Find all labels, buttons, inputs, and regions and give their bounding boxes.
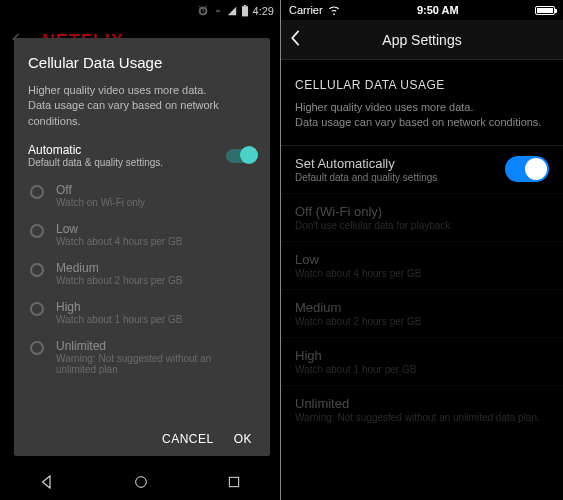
automatic-sub: Default data & quality settings. [28, 157, 163, 168]
dialog-actions: CANCEL OK [28, 426, 256, 448]
option-off[interactable]: Off (Wi-Fi only)Don't use cellular data … [281, 193, 563, 241]
set-automatically-row[interactable]: Set Automatically Default data and quali… [281, 145, 563, 193]
option-off[interactable]: OffWatch on Wi-Fi only [28, 176, 256, 215]
battery-icon [241, 5, 249, 17]
ios-content: CELLULAR DATA USAGE Higher quality video… [281, 60, 563, 433]
option-medium[interactable]: MediumWatch about 2 hours per GB [281, 289, 563, 337]
set-automatically-label: Set Automatically [295, 156, 437, 171]
option-unlimited[interactable]: UnlimitedWarning: Not suggested without … [281, 385, 563, 433]
automatic-row[interactable]: Automatic Default data & quality setting… [28, 143, 256, 168]
radio-icon [30, 185, 44, 199]
page-title: App Settings [382, 32, 461, 48]
nav-back-icon[interactable] [38, 473, 56, 491]
option-low[interactable]: LowWatch about 4 hours per GB [281, 241, 563, 289]
ok-button[interactable]: OK [234, 432, 252, 446]
option-high[interactable]: HighWatch about 1 hours per GB [28, 293, 256, 332]
status-time: 9:50 AM [417, 4, 459, 16]
cellular-data-dialog: Cellular Data Usage Higher quality video… [14, 38, 270, 456]
option-low[interactable]: LowWatch about 4 hours per GB [28, 215, 256, 254]
ios-phone: Carrier 9:50 AM App Settings CELLULAR DA… [281, 0, 563, 500]
battery-icon [535, 6, 555, 15]
svg-rect-0 [242, 6, 248, 16]
android-nav-bar [0, 464, 280, 500]
cancel-button[interactable]: CANCEL [162, 432, 214, 446]
automatic-toggle[interactable] [226, 149, 256, 163]
dialog-description: Higher quality video uses more data. Dat… [28, 83, 256, 129]
option-medium[interactable]: MediumWatch about 2 hours per GB [28, 254, 256, 293]
radio-icon [30, 263, 44, 277]
section-title: CELLULAR DATA USAGE [281, 60, 563, 100]
svg-point-2 [136, 477, 147, 488]
signal-icon [227, 6, 237, 16]
radio-icon [30, 341, 44, 355]
status-time: 4:29 [253, 5, 274, 17]
radio-icon [30, 302, 44, 316]
section-description: Higher quality video uses more data. Dat… [281, 100, 563, 145]
nav-recent-icon[interactable] [226, 474, 242, 490]
android-status-bar: 4:29 [0, 0, 280, 22]
ios-nav-header: App Settings [281, 20, 563, 60]
dialog-title: Cellular Data Usage [28, 54, 256, 71]
nav-home-icon[interactable] [133, 474, 149, 490]
data-icon [213, 6, 223, 16]
wifi-icon [327, 5, 341, 15]
carrier-label: Carrier [289, 4, 323, 16]
automatic-label: Automatic [28, 143, 163, 157]
android-phone: 4:29 NETFLIX C NAN QSC BC EIf Player Typ… [0, 0, 281, 500]
alarm-icon [197, 5, 209, 17]
option-high[interactable]: HighWatch about 1 hour per GB [281, 337, 563, 385]
back-chevron-icon[interactable] [289, 29, 301, 51]
svg-rect-3 [229, 477, 238, 486]
radio-icon [30, 224, 44, 238]
set-automatically-sub: Default data and quality settings [295, 172, 437, 183]
options-list: OffWatch on Wi-Fi only LowWatch about 4 … [28, 176, 256, 426]
svg-rect-1 [243, 5, 245, 6]
set-automatically-toggle[interactable] [505, 156, 549, 182]
option-unlimited[interactable]: UnlimitedWarning: Not suggested without … [28, 332, 256, 382]
ios-status-bar: Carrier 9:50 AM [281, 0, 563, 20]
